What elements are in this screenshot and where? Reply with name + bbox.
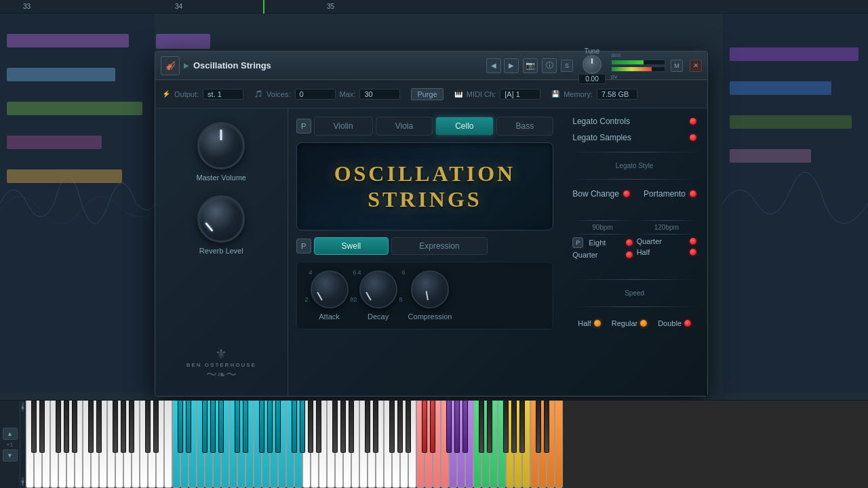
black-key-colored[interactable]	[536, 401, 541, 453]
reverb-level-knob[interactable]	[197, 195, 245, 243]
black-key[interactable]	[316, 401, 321, 453]
swell-tab[interactable]: Swell	[314, 237, 389, 255]
portamento-dot[interactable]	[690, 190, 696, 197]
tempo-90-label: 90bpm	[572, 224, 632, 231]
black-key[interactable]	[145, 401, 151, 453]
black-key[interactable]	[31, 401, 37, 453]
compression-label: Compression	[408, 312, 452, 321]
s-button[interactable]: S	[561, 60, 573, 72]
attack-knob[interactable]	[311, 270, 349, 308]
black-key[interactable]	[64, 401, 69, 453]
piano-roll-controls: ▲ +1 ▼	[0, 401, 20, 488]
double-speed-label: Double	[658, 319, 682, 327]
midi-value: [A] 1	[500, 89, 540, 100]
eight-dot[interactable]	[626, 239, 633, 246]
black-key[interactable]	[129, 401, 134, 453]
info-button[interactable]: ⓘ	[542, 58, 557, 73]
scroll-up-button[interactable]: ▲	[3, 428, 18, 440]
black-key[interactable]	[39, 401, 45, 453]
black-key-colored[interactable]	[511, 401, 517, 453]
black-key[interactable]	[365, 401, 370, 453]
half-speed-dot[interactable]	[594, 320, 601, 327]
white-key[interactable]	[164, 401, 172, 488]
black-key-colored[interactable]	[503, 401, 509, 453]
scroll-down-keys[interactable]: ▼	[22, 477, 24, 487]
mode-p-button[interactable]: P	[296, 239, 311, 253]
black-key-cyan[interactable]	[210, 401, 216, 453]
m-button[interactable]: M	[671, 60, 683, 72]
double-speed-dot[interactable]	[684, 320, 691, 327]
black-key-colored[interactable]	[430, 401, 435, 453]
black-key[interactable]	[406, 401, 411, 453]
black-key-cyan[interactable]	[292, 401, 297, 453]
viola-tab[interactable]: Viola	[376, 117, 433, 136]
black-key[interactable]	[96, 401, 102, 453]
decay-knob[interactable]	[359, 270, 397, 308]
nav-next-button[interactable]: ▶	[504, 58, 519, 73]
quarter-left-dot[interactable]	[626, 251, 633, 258]
black-key-colored[interactable]	[544, 401, 549, 453]
regular-speed-dot[interactable]	[640, 320, 647, 327]
timeline: 33 34 35	[0, 0, 868, 14]
black-key-cyan[interactable]	[235, 401, 240, 453]
black-key[interactable]	[373, 401, 378, 453]
close-button[interactable]: ✕	[690, 60, 702, 72]
scroll-down-button[interactable]: ▼	[3, 449, 18, 462]
camera-button[interactable]: 📷	[523, 58, 538, 73]
bow-change-dot[interactable]	[623, 190, 630, 197]
black-key-colored[interactable]	[479, 401, 484, 453]
white-key-colored[interactable]	[555, 401, 563, 488]
black-key-cyan[interactable]	[202, 401, 208, 453]
black-key-colored[interactable]	[519, 401, 525, 453]
legato-controls-dot[interactable]	[690, 118, 696, 125]
bass-tab[interactable]: Bass	[496, 117, 554, 136]
level-bar-2	[611, 66, 665, 72]
black-key[interactable]	[121, 401, 126, 453]
master-volume-knob[interactable]	[197, 122, 245, 169]
black-key[interactable]	[389, 401, 395, 453]
black-key[interactable]	[72, 401, 77, 453]
black-key-cyan[interactable]	[300, 401, 305, 453]
tune-knob[interactable]	[583, 55, 601, 74]
violin-tab[interactable]: Violin	[314, 117, 373, 136]
level-fill-2	[612, 67, 652, 71]
compression-knob[interactable]	[411, 270, 449, 308]
black-key-cyan[interactable]	[178, 401, 183, 453]
quarter-right-dot[interactable]	[690, 238, 696, 245]
decay-container: 4 6 2 8 Decay	[359, 270, 397, 321]
black-key[interactable]	[88, 401, 94, 453]
black-key-colored[interactable]	[422, 401, 427, 453]
speed-title: Speed	[572, 289, 696, 297]
half-right-dot[interactable]	[690, 249, 696, 256]
black-key-cyan[interactable]	[186, 401, 191, 453]
black-key-cyan[interactable]	[218, 401, 224, 453]
black-key[interactable]	[340, 401, 346, 453]
black-key[interactable]	[153, 401, 159, 453]
eight-p-button[interactable]: P	[572, 237, 583, 248]
black-key-cyan[interactable]	[275, 401, 281, 453]
black-key[interactable]	[56, 401, 61, 453]
tune-value: 0.00	[578, 74, 606, 84]
quarter-right-row: Quarter	[637, 237, 696, 245]
expression-tab[interactable]: Expression	[391, 237, 487, 255]
black-key[interactable]	[397, 401, 403, 453]
cello-tab[interactable]: Cello	[435, 117, 493, 136]
preset-p-button[interactable]: P	[296, 119, 311, 134]
scroll-up-keys[interactable]: ▲	[22, 402, 24, 411]
black-key-colored[interactable]	[487, 401, 492, 453]
legato-samples-dot[interactable]	[690, 134, 696, 141]
black-key[interactable]	[332, 401, 338, 453]
black-key-cyan[interactable]	[259, 401, 264, 453]
purge-button[interactable]: Purge	[411, 88, 443, 100]
reverb-level-container: Reverb Level	[197, 195, 245, 255]
black-key[interactable]	[113, 401, 118, 453]
quarter-right-label: Quarter	[637, 237, 684, 245]
black-key-cyan[interactable]	[243, 401, 248, 453]
nav-prev-button[interactable]: ◀	[486, 58, 501, 73]
black-key-colored[interactable]	[462, 401, 468, 453]
black-key-colored[interactable]	[446, 401, 452, 453]
black-key[interactable]	[308, 401, 313, 453]
black-key-colored[interactable]	[454, 401, 460, 453]
black-key-cyan[interactable]	[267, 401, 273, 453]
black-key[interactable]	[349, 401, 354, 453]
